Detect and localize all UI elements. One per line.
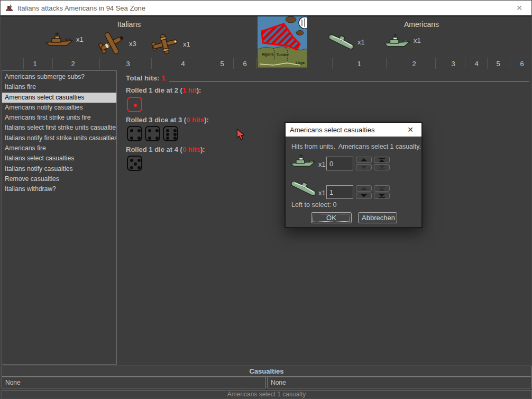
battle-steps-list: Americans submerge subs? Italians fire A… — [2, 70, 117, 365]
defender-unit-submarine: x1 — [327, 33, 365, 50]
submarine-spinner — [356, 185, 372, 199]
status-bar: Americans select 1 casualty — [2, 390, 531, 399]
attacker-casualties-cell: None — [2, 377, 266, 388]
step-item-selected[interactable]: Americans select casualties — [2, 93, 116, 103]
step-item[interactable]: Italians notify casualties — [2, 164, 116, 174]
submarine-casualty-input[interactable] — [326, 185, 353, 199]
roll-label-suffix: ): — [200, 146, 205, 153]
total-hits-value: 1 — [161, 74, 166, 82]
left-to-select-label: Left to select: 0 — [291, 201, 336, 208]
roll-3-label: Rolled 1 die at 4 (0 hits): — [126, 146, 205, 153]
italian-bomber-icon — [151, 33, 180, 55]
defender-dice-number: 5 — [490, 60, 506, 68]
roll-hits-text: 0 hits — [182, 146, 200, 153]
step-item[interactable]: Italians withdraw? — [2, 184, 116, 194]
attacker-dice-number: 4 — [175, 60, 191, 68]
casualties-header: Casualties — [2, 366, 531, 377]
defender-dice-number: 1 — [351, 60, 367, 68]
column-divider — [151, 58, 152, 69]
increment-button[interactable] — [356, 157, 372, 163]
defender-dice-number: 3 — [445, 60, 461, 68]
roll-label-text: Rolled 1 die at 4 ( — [126, 146, 182, 153]
dialog-unit-count: x1 — [318, 160, 326, 168]
window-close-button[interactable]: ✕ — [511, 1, 527, 15]
die — [163, 126, 178, 141]
die — [127, 97, 142, 112]
column-divider — [233, 58, 234, 69]
cancel-button[interactable]: Abbrechen — [358, 212, 397, 223]
map-label: Algeria — [262, 52, 273, 57]
map-label: Tunisia — [277, 53, 289, 57]
dialog-message: Hits from units, Americans select 1 casu… — [291, 143, 421, 150]
column-divider — [99, 58, 100, 69]
attacker-header: Italians — [1, 20, 258, 29]
map-label: Libya — [296, 61, 305, 65]
die — [127, 156, 142, 171]
step-item[interactable]: Americans fire — [2, 143, 116, 153]
roll-hits-text: 0 hits — [186, 116, 204, 124]
attacker-unit-destroyer: x1 — [45, 31, 84, 47]
destroyer-casualty-input[interactable] — [326, 157, 353, 170]
unit-count: x3 — [129, 40, 136, 48]
dialog-unit-count: x1 — [318, 189, 326, 197]
roll-2-label: Rolled 3 dice at 3 (0 hits): — [126, 116, 209, 124]
set-max-button[interactable] — [374, 185, 390, 192]
roll-label-suffix: ): — [197, 86, 201, 94]
set-max-button[interactable] — [374, 157, 390, 163]
column-divider — [256, 58, 257, 69]
defender-dice-number: 2 — [406, 60, 422, 68]
step-item[interactable]: Americans notify casualties — [2, 103, 116, 113]
attacker-unit-bomber: x1 — [151, 33, 190, 55]
mouse-cursor — [236, 129, 245, 140]
column-divider — [465, 58, 465, 69]
total-hits-text: Total hits: — [126, 74, 160, 82]
unit-count: x1 — [414, 37, 421, 44]
unit-count: x1 — [183, 40, 190, 48]
decrement-button[interactable] — [356, 164, 372, 170]
roll-label-text: Rolled 1 die at 2 ( — [126, 86, 182, 94]
step-item[interactable]: Italians select casualties — [2, 153, 116, 164]
italian-fighter-icon — [97, 31, 126, 56]
step-item[interactable]: Italians notify first strike units casua… — [2, 133, 116, 143]
roll-label-suffix: ): — [204, 116, 209, 124]
american-submarine-icon — [327, 33, 355, 50]
dialog-title: Americans select casualties — [290, 126, 374, 134]
step-item[interactable]: Italians fire — [2, 82, 116, 92]
numbers-row-bottom-border — [1, 69, 532, 69]
column-divider — [332, 58, 333, 69]
set-min-button[interactable] — [374, 193, 390, 199]
attacker-dice-number: 2 — [65, 60, 81, 68]
dialog-close-button[interactable]: ✕ — [404, 123, 417, 137]
decrement-button[interactable] — [356, 193, 372, 199]
battle-zone-map-thumbnail: Algeria Tunisia Libya — [258, 16, 307, 68]
column-divider — [386, 58, 387, 69]
italian-destroyer-icon — [45, 31, 74, 47]
step-item[interactable]: Italians select first strike units casua… — [2, 123, 116, 133]
set-min-button[interactable] — [374, 164, 390, 170]
step-item[interactable]: Americans first strike units fire — [2, 113, 116, 123]
defender-dice-number: 4 — [469, 60, 484, 68]
column-divider — [510, 58, 510, 69]
attacker-dice-number: 1 — [27, 60, 43, 68]
die — [145, 126, 160, 141]
dialog-destroyer-icon — [290, 152, 316, 168]
defender-header: Americans — [310, 20, 532, 29]
window-title: Italians attacks Americans in 94 Sea Zon… — [17, 4, 145, 12]
ok-button[interactable]: OK — [311, 212, 352, 223]
increment-button[interactable] — [356, 185, 372, 192]
step-item[interactable]: Remove casualties — [2, 174, 116, 184]
step-item[interactable]: Americans submerge subs? — [2, 72, 116, 82]
column-divider — [487, 58, 488, 69]
dialog-titlebar: Americans select casualties ✕ — [286, 123, 421, 137]
column-divider — [435, 58, 436, 69]
roll-1-label: Rolled 1 die at 2 (1 hit): — [126, 86, 201, 94]
total-hits-label: Total hits: 1 — [126, 74, 166, 82]
titlebar: Italians attacks Americans in 94 Sea Zon… — [1, 1, 532, 15]
defender-dice-number: 6 — [514, 60, 530, 68]
total-hits-rule — [169, 81, 529, 81]
attacker-dice-number: 6 — [237, 60, 253, 68]
battle-window: Italians attacks Americans in 94 Sea Zon… — [0, 0, 532, 399]
column-divider — [206, 58, 206, 69]
defender-casualties-cell: None — [267, 377, 531, 388]
submarine-max-min-spinner — [374, 185, 390, 199]
